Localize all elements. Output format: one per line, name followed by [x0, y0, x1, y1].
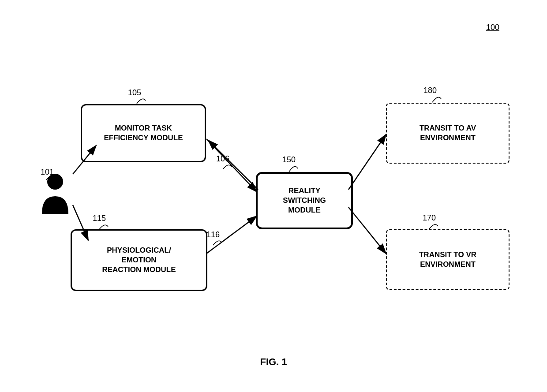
reality-switching-box: REALITY SWITCHING MODULE	[256, 172, 353, 229]
diagram-container: 100	[0, 0, 547, 392]
physiological-box: PHYSIOLOGICAL/ EMOTION REACTION MODULE	[71, 229, 207, 291]
svg-line-7	[348, 134, 386, 190]
transit-vr-box: TRANSIT TO VR ENVIRONMENT	[386, 229, 510, 290]
physiological-label: PHYSIOLOGICAL/ EMOTION REACTION MODULE	[102, 246, 176, 275]
transit-vr-label: TRANSIT TO VR ENVIRONMENT	[419, 250, 476, 269]
reality-switching-label: REALITY SWITCHING MODULE	[283, 186, 326, 215]
ref-100: 100	[486, 23, 499, 32]
monitor-task-label: MONITOR TASK EFFICIENCY MODULE	[104, 123, 183, 143]
svg-line-8	[348, 207, 386, 254]
monitor-task-box: MONITOR TASK EFFICIENCY MODULE	[81, 104, 206, 162]
transit-av-box: TRANSIT TO AV ENVIRONMENT	[386, 103, 510, 164]
fig-label: FIG. 1	[0, 356, 547, 368]
transit-av-label: TRANSIT TO AV ENVIRONMENT	[420, 123, 476, 143]
